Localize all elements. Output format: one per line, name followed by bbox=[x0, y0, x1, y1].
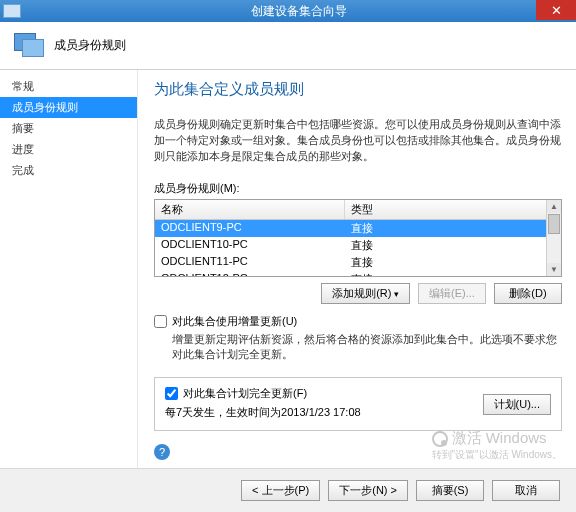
page-description: 成员身份规则确定更新时集合中包括哪些资源。您可以使用成员身份规则从查询中添加一个… bbox=[154, 117, 562, 165]
collection-icon bbox=[12, 31, 44, 61]
rules-table-label: 成员身份规则(M): bbox=[154, 181, 562, 196]
incremental-update-checkbox[interactable] bbox=[154, 315, 167, 328]
table-header: 名称 类型 bbox=[155, 200, 546, 220]
table-row[interactable]: ODCLIENT12-PC 直接 bbox=[155, 271, 546, 276]
full-update-label: 对此集合计划完全更新(F) bbox=[183, 386, 307, 401]
scroll-up-icon[interactable]: ▲ bbox=[547, 200, 561, 213]
nav-complete[interactable]: 完成 bbox=[0, 160, 137, 181]
nav-general[interactable]: 常规 bbox=[0, 76, 137, 97]
window-title: 创建设备集合向导 bbox=[21, 3, 576, 20]
wizard-header: 成员身份规则 bbox=[0, 22, 576, 70]
incremental-update-hint: 增量更新定期评估新资源，然后将合格的资源添加到此集合中。此选项不要求您对此集合计… bbox=[172, 332, 562, 363]
page-heading: 为此集合定义成员规则 bbox=[154, 80, 562, 99]
cancel-button[interactable]: 取消 bbox=[492, 480, 560, 501]
delete-button[interactable]: 删除(D) bbox=[494, 283, 562, 304]
scroll-down-icon[interactable]: ▼ bbox=[547, 263, 561, 276]
header-subtitle: 成员身份规则 bbox=[54, 37, 126, 54]
add-rule-button[interactable]: 添加规则(R) bbox=[321, 283, 410, 304]
table-row[interactable]: ODCLIENT10-PC 直接 bbox=[155, 237, 546, 254]
prev-button[interactable]: < 上一步(P) bbox=[241, 480, 320, 501]
incremental-update-label: 对此集合使用增量更新(U) bbox=[172, 314, 297, 329]
schedule-button[interactable]: 计划(U)... bbox=[483, 394, 551, 415]
table-row[interactable]: ODCLIENT11-PC 直接 bbox=[155, 254, 546, 271]
col-type[interactable]: 类型 bbox=[345, 200, 546, 219]
col-name[interactable]: 名称 bbox=[155, 200, 345, 219]
window-icon bbox=[3, 4, 21, 18]
wizard-footer: < 上一步(P) 下一步(N) > 摘要(S) 取消 bbox=[0, 468, 576, 512]
next-button[interactable]: 下一步(N) > bbox=[328, 480, 408, 501]
edit-button: 编辑(E)... bbox=[418, 283, 486, 304]
nav-progress[interactable]: 进度 bbox=[0, 139, 137, 160]
scroll-thumb[interactable] bbox=[548, 214, 560, 234]
summary-button[interactable]: 摘要(S) bbox=[416, 480, 484, 501]
nav-membership-rules[interactable]: 成员身份规则 bbox=[0, 97, 137, 118]
table-row[interactable]: ODCLIENT9-PC 直接 bbox=[155, 220, 546, 237]
close-button[interactable]: ✕ bbox=[536, 0, 576, 20]
table-scrollbar[interactable]: ▲ ▼ bbox=[546, 200, 561, 276]
nav-summary[interactable]: 摘要 bbox=[0, 118, 137, 139]
wizard-nav: 常规 成员身份规则 摘要 进度 完成 bbox=[0, 70, 138, 468]
help-icon[interactable]: ? bbox=[154, 444, 170, 460]
schedule-group: 对此集合计划完全更新(F) 每7天发生，生效时间为2013/1/23 17:08… bbox=[154, 377, 562, 431]
rules-table: 名称 类型 ODCLIENT9-PC 直接 ODCLIENT10-PC 直接 O… bbox=[154, 199, 562, 277]
full-update-checkbox[interactable] bbox=[165, 387, 178, 400]
